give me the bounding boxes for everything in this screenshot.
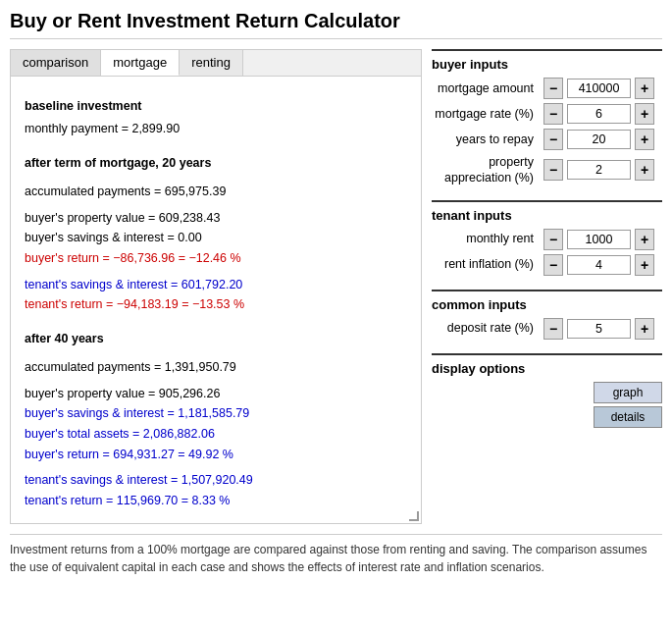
deposit-rate-row: deposit rate (%) − + — [432, 318, 662, 340]
property-appreciation-row: propertyappreciation (%) − + — [432, 154, 662, 186]
right-panel: buyer inputs mortgage amount − + mortgag… — [432, 49, 662, 428]
deposit-rate-label: deposit rate (%) — [432, 320, 540, 336]
monthly-rent-label: monthly rent — [432, 231, 540, 246]
details-button[interactable]: details — [594, 406, 662, 428]
rent-inflation-decrement[interactable]: − — [543, 254, 563, 276]
after-40-title: after 40 years — [25, 329, 407, 349]
monthly-rent-increment[interactable]: + — [635, 229, 654, 250]
after-term-accumulated: accumulated payments = 695,975.39 — [25, 182, 407, 202]
left-panel: comparison mortgage renting baseline inv… — [10, 49, 422, 524]
tenant-inputs-title: tenant inputs — [432, 208, 662, 223]
after-40-total-assets: buyer's total assets = 2,086,882.06 — [25, 424, 407, 445]
rent-inflation-label: rent inflation (%) — [432, 256, 540, 272]
years-repay-input[interactable] — [567, 130, 631, 149]
footer-text: Investment returns from a 100% mortgage … — [10, 534, 662, 576]
buyer-inputs-title: buyer inputs — [432, 57, 662, 72]
display-buttons: graph details — [432, 382, 662, 428]
baseline-monthly-payment: monthly payment = 2,899.90 — [25, 119, 407, 139]
after-term-tenant-savings: tenant's savings & interest = 601,792.20 — [25, 275, 407, 295]
tab-comparison[interactable]: comparison — [11, 50, 101, 76]
display-options-title: display options — [432, 361, 662, 376]
buyer-inputs-section: buyer inputs mortgage amount − + mortgag… — [432, 49, 662, 190]
mortgage-amount-label: mortgage amount — [432, 80, 540, 96]
mortgage-rate-input[interactable] — [567, 104, 631, 124]
graph-button[interactable]: graph — [594, 382, 662, 403]
common-inputs-title: common inputs — [432, 297, 662, 312]
property-appreciation-increment[interactable]: + — [635, 159, 654, 181]
deposit-rate-input[interactable] — [567, 319, 631, 339]
mortgage-amount-row: mortgage amount − + — [432, 78, 662, 99]
property-appreciation-label: propertyappreciation (%) — [432, 154, 540, 186]
rent-inflation-input[interactable] — [567, 255, 631, 275]
years-repay-label: years to repay — [432, 132, 540, 147]
rent-inflation-row: rent inflation (%) − + — [432, 254, 662, 276]
mortgage-amount-input[interactable] — [567, 79, 631, 98]
after-40-accumulated: accumulated payments = 1,391,950.79 — [25, 357, 407, 378]
after-term-tenant-return: tenant's return = −94,183.19 = −13.53 % — [25, 294, 407, 315]
after-term-buyer-return: buyer's return = −86,736.96 = −12.46 % — [25, 248, 407, 269]
tab-bar: comparison mortgage renting — [11, 50, 421, 77]
mortgage-rate-increment[interactable]: + — [635, 103, 654, 125]
content-area: baseline investment monthly payment = 2,… — [11, 77, 421, 523]
main-layout: comparison mortgage renting baseline inv… — [10, 49, 662, 524]
monthly-rent-decrement[interactable]: − — [543, 229, 563, 250]
monthly-rent-input[interactable] — [567, 230, 631, 249]
monthly-rent-row: monthly rent − + — [432, 229, 662, 250]
after-40-buyer-return: buyer's return = 694,931.27 = 49.92 % — [25, 445, 407, 465]
years-repay-decrement[interactable]: − — [543, 129, 563, 150]
mortgage-rate-label: mortgage rate (%) — [432, 106, 540, 122]
after-term-savings-interest: buyer's savings & interest = 0.00 — [25, 228, 407, 248]
baseline-title: baseline investment — [25, 96, 407, 117]
tab-renting[interactable]: renting — [180, 50, 243, 76]
years-repay-row: years to repay − + — [432, 129, 662, 150]
after-term-property-value: buyer's property value = 609,238.43 — [25, 208, 407, 229]
after-40-property-value: buyer's property value = 905,296.26 — [25, 384, 407, 404]
page-title: Buy or Rent Investment Return Calculator — [10, 10, 662, 39]
mortgage-rate-decrement[interactable]: − — [543, 103, 563, 125]
mortgage-rate-row: mortgage rate (%) − + — [432, 103, 662, 125]
years-repay-increment[interactable]: + — [635, 129, 654, 150]
page-wrapper: Buy or Rent Investment Return Calculator… — [0, 0, 672, 586]
property-appreciation-decrement[interactable]: − — [543, 159, 563, 181]
mortgage-amount-increment[interactable]: + — [635, 78, 654, 99]
deposit-rate-decrement[interactable]: − — [543, 318, 563, 340]
after-term-title: after term of mortgage, 20 years — [25, 153, 407, 174]
after-40-tenant-return: tenant's return = 115,969.70 = 8.33 % — [25, 491, 407, 511]
after-40-tenant-savings: tenant's savings & interest = 1,507,920.… — [25, 470, 407, 491]
tenant-inputs-section: tenant inputs monthly rent − + rent infl… — [432, 200, 662, 280]
display-options-section: display options graph details — [432, 353, 662, 428]
deposit-rate-increment[interactable]: + — [635, 318, 654, 340]
property-appreciation-input[interactable] — [567, 160, 631, 180]
tab-mortgage[interactable]: mortgage — [101, 50, 180, 76]
rent-inflation-increment[interactable]: + — [635, 254, 654, 276]
mortgage-amount-decrement[interactable]: − — [543, 78, 563, 99]
common-inputs-section: common inputs deposit rate (%) − + — [432, 290, 662, 343]
resize-handle[interactable] — [409, 511, 419, 521]
after-40-savings-interest: buyer's savings & interest = 1,181,585.7… — [25, 403, 407, 424]
